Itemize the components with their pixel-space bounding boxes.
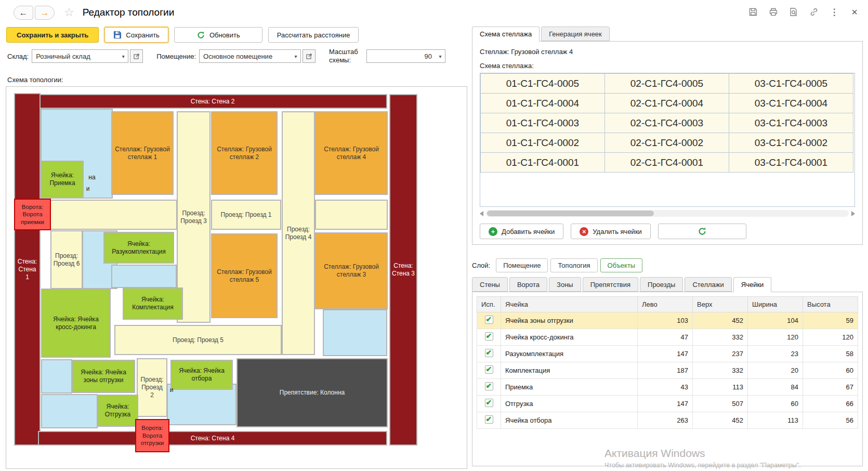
- canvas-object-wall[interactable]: Стена: Стена 2: [38, 94, 387, 109]
- objects-table-row[interactable]: ✔Комплектация1873322060: [477, 362, 858, 379]
- canvas-object-gate[interactable]: Ворота: Ворота приемки: [14, 199, 51, 230]
- used-checkbox[interactable]: ✔: [485, 316, 493, 324]
- objects-table-row[interactable]: ✔Разукомплектация1472372358: [477, 346, 858, 362]
- canvas-object-aisle[interactable]: Проезд: Проезд 1: [211, 200, 281, 230]
- col-cell[interactable]: Ячейка: [501, 297, 638, 312]
- rack-cell[interactable]: 03-С1-ГС4-0003: [729, 113, 853, 133]
- canvas-object-zone[interactable]: [323, 309, 387, 356]
- rack-cell[interactable]: 01-С1-ГС4-0002: [481, 133, 605, 153]
- favorite-star-icon[interactable]: ☆: [64, 7, 74, 18]
- rack-cell[interactable]: 02-С1-ГС4-0003: [605, 113, 729, 133]
- canvas-object-obstacle[interactable]: Препятствие: Колонна: [236, 358, 388, 427]
- chevron-down-icon[interactable]: ▾: [291, 54, 300, 59]
- rack-cell[interactable]: 01-С1-ГС4-0003: [481, 113, 605, 133]
- add-cells-button[interactable]: + Добавить ячейки: [480, 224, 563, 239]
- canvas-object-rack[interactable]: Стеллаж: Грузовой стеллаж 5: [211, 233, 278, 318]
- objects-table-row[interactable]: ✔Отгрузка1475076066: [477, 396, 858, 412]
- canvas-object-zone[interactable]: [41, 394, 98, 428]
- canvas-object-cell[interactable]: Ячейка: Отгрузка: [97, 395, 138, 427]
- refresh-button[interactable]: Обновить: [174, 27, 262, 43]
- canvas-object-fragment[interactable]: и: [168, 386, 175, 394]
- canvas-object-wall[interactable]: Стена: Стена 4: [38, 431, 387, 446]
- save-button[interactable]: Сохранить: [104, 27, 168, 43]
- close-icon[interactable]: ×: [849, 7, 860, 17]
- delete-cells-button[interactable]: × Удалить ячейки: [571, 224, 651, 239]
- calc-distance-button[interactable]: Рассчитать расстояние: [268, 27, 359, 43]
- rack-cell[interactable]: 03-С1-ГС4-0001: [729, 153, 853, 173]
- used-checkbox[interactable]: ✔: [485, 365, 493, 374]
- rack-cell[interactable]: 03-С1-ГС4-0005: [729, 74, 853, 94]
- canvas-object-aisle[interactable]: Проезд: Проезд 2: [137, 358, 167, 417]
- col-width[interactable]: Ширина: [748, 297, 803, 312]
- canvas-object-cell[interactable]: Ячейка: Ячейка отбора: [170, 360, 233, 390]
- warehouse-select[interactable]: Розничный склад ▾: [32, 49, 128, 63]
- objects-table-row[interactable]: ✔Ячейка кросс-докинга47332120120: [477, 329, 858, 346]
- scroll-left-icon[interactable]: [480, 211, 483, 216]
- canvas-object-fragment[interactable]: и: [84, 185, 91, 193]
- canvas-object-gate[interactable]: Ворота: Ворота отгрузки: [135, 419, 169, 452]
- canvas-object-zone[interactable]: [41, 359, 72, 394]
- more-icon[interactable]: ⋮: [829, 7, 839, 17]
- back-button[interactable]: ←: [14, 6, 33, 20]
- canvas-object-cell[interactable]: Ячейка: Ячейка кросс-докинга: [41, 289, 111, 358]
- rack-cell[interactable]: 01-С1-ГС4-0005: [481, 74, 605, 94]
- col-top[interactable]: Верх: [693, 297, 748, 312]
- canvas-object-cell[interactable]: Ячейка: Разукомплектация: [103, 232, 174, 264]
- warehouse-open-button[interactable]: [130, 49, 143, 63]
- preview-icon[interactable]: [788, 7, 799, 17]
- rack-cell[interactable]: 01-С1-ГС4-0001: [481, 153, 605, 173]
- canvas-object-zone[interactable]: [167, 384, 236, 425]
- layer-topology-button[interactable]: Топология: [550, 258, 597, 272]
- layer-room-button[interactable]: Помещение: [496, 258, 548, 272]
- room-open-button[interactable]: [303, 49, 315, 63]
- rack-cell[interactable]: 02-С1-ГС4-0004: [605, 94, 729, 113]
- tab-zones[interactable]: Зоны: [549, 277, 581, 292]
- rack-grid-hscrollbar[interactable]: [480, 210, 855, 217]
- col-used[interactable]: Исп.: [477, 297, 501, 312]
- objects-table-row[interactable]: ✔Ячейка зоны отгрузки10345210459: [477, 312, 858, 329]
- rack-cell[interactable]: 03-С1-ГС4-0002: [729, 133, 853, 153]
- topology-canvas[interactable]: Стена: Стена 2Стена: Стена 1Стена: Стена…: [6, 86, 467, 469]
- tab-cell-generation[interactable]: Генерация ячеек: [541, 27, 610, 41]
- refresh-cells-button[interactable]: [658, 224, 746, 239]
- rack-cell[interactable]: 02-С1-ГС4-0002: [605, 133, 729, 153]
- scrollbar-thumb[interactable]: [487, 211, 654, 216]
- tab-walls[interactable]: Стены: [472, 277, 508, 292]
- canvas-object-zone[interactable]: [111, 265, 177, 288]
- canvas-object-fragment[interactable]: на: [85, 173, 99, 181]
- canvas-object-aisle[interactable]: Проезд: Проезд 4: [282, 111, 315, 355]
- canvas-object-rack[interactable]: Стеллаж: Грузовой стеллаж 2: [211, 111, 278, 195]
- link-icon[interactable]: [809, 7, 819, 17]
- objects-table-row[interactable]: ✔Приемка431138467: [477, 379, 858, 396]
- rack-cell[interactable]: 03-С1-ГС4-0004: [729, 94, 853, 113]
- tab-aisles[interactable]: Проезды: [640, 277, 683, 292]
- layer-objects-button[interactable]: Объекты: [600, 258, 643, 272]
- used-checkbox[interactable]: ✔: [485, 349, 493, 357]
- col-left[interactable]: Лево: [638, 297, 693, 312]
- canvas-object-aisle[interactable]: Проезд: Проезд 5: [114, 325, 282, 355]
- canvas-object-wall[interactable]: Стена: Стена 1: [14, 93, 41, 446]
- col-height[interactable]: Высота: [803, 297, 858, 312]
- rack-cell[interactable]: 01-С1-ГС4-0004: [481, 94, 605, 113]
- tab-racks[interactable]: Стеллажи: [685, 277, 731, 292]
- scroll-right-icon[interactable]: [851, 211, 855, 216]
- canvas-object-wall[interactable]: Стена: Стена 3: [389, 94, 417, 446]
- used-checkbox[interactable]: ✔: [485, 332, 493, 341]
- canvas-object-cell[interactable]: Ячейка: Комплектация: [123, 287, 183, 320]
- canvas-object-aisle[interactable]: [42, 200, 177, 230]
- scale-input[interactable]: 90 ▾: [366, 49, 445, 63]
- rack-cell[interactable]: 02-С1-ГС4-0001: [605, 153, 729, 173]
- canvas-object-aisle[interactable]: [315, 200, 388, 230]
- canvas-object-rack[interactable]: Стеллаж: Грузовой стеллаж 1: [111, 111, 174, 195]
- used-checkbox[interactable]: ✔: [485, 382, 493, 390]
- tab-cells[interactable]: Ячейки: [733, 277, 772, 292]
- tab-rack-scheme[interactable]: Схема стеллажа: [472, 27, 540, 42]
- used-checkbox[interactable]: ✔: [485, 415, 493, 424]
- tab-gates[interactable]: Ворота: [509, 277, 547, 292]
- chevron-down-icon[interactable]: ▾: [119, 54, 128, 59]
- canvas-object-aisle[interactable]: Проезд: Проезд 6: [50, 230, 83, 289]
- scrollbar-track[interactable]: [486, 210, 849, 217]
- rack-cell[interactable]: 02-С1-ГС4-0005: [605, 74, 729, 94]
- chevron-down-icon[interactable]: ▾: [436, 54, 445, 59]
- room-select[interactable]: Основное помещение ▾: [199, 49, 301, 63]
